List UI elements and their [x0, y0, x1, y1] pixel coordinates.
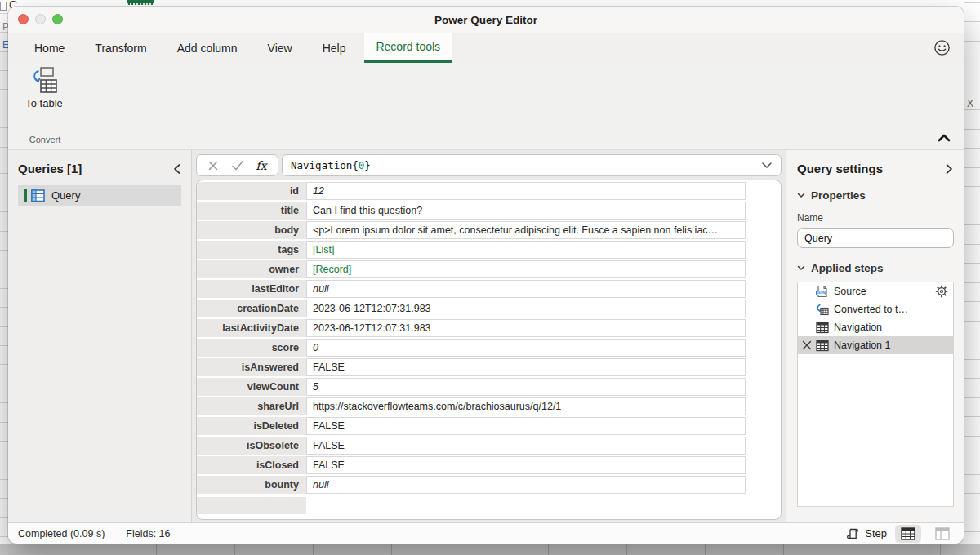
applied-step-row[interactable]: Converted to t… [798, 300, 953, 318]
field-value[interactable]: FALSE [306, 456, 746, 474]
applied-step-row[interactable]: Navigation 1 [798, 336, 953, 354]
applied-steps-list: JSON Source Converted to t… [797, 282, 954, 507]
field-value[interactable]: 5 [306, 378, 746, 396]
field-name: owner [197, 260, 306, 278]
step-scroll-icon [845, 526, 860, 541]
field-value[interactable]: FALSE [306, 417, 746, 435]
field-value[interactable]: 0 [306, 339, 746, 357]
commit-formula-icon[interactable] [231, 160, 244, 171]
tab-help[interactable]: Help [311, 33, 358, 63]
cancel-formula-icon[interactable] [207, 160, 219, 171]
grid-view-icon [901, 527, 915, 540]
status-completed: Completed (0.09 s) [18, 528, 105, 539]
field-name: isDeleted [197, 417, 306, 435]
record-field-row: isObsolete FALSE [197, 437, 746, 455]
gear-icon[interactable] [935, 285, 948, 298]
field-value[interactable]: FALSE [306, 437, 746, 455]
field-name: score [197, 339, 306, 357]
ribbon: To table Convert [8, 63, 964, 149]
background-grid-bottom [0, 544, 980, 555]
grid-view-button[interactable] [895, 525, 921, 543]
tab-home[interactable]: Home [23, 33, 76, 63]
chevron-down-icon [797, 265, 805, 271]
formula-dropdown-chevron-icon[interactable] [761, 162, 773, 169]
convert-group: To table Convert [18, 66, 72, 146]
background-sheet-right [964, 0, 980, 544]
query-name-input[interactable] [797, 228, 954, 248]
field-value[interactable]: 2023-06-12T12:07:31.983 [306, 300, 746, 317]
formula-number: 0 [359, 159, 365, 171]
table-icon [816, 322, 829, 334]
formula-bar-buttons: fx [196, 154, 278, 176]
status-fields-count: Fields: 16 [126, 528, 170, 539]
collapse-settings-icon[interactable] [945, 163, 953, 175]
query-settings-title: Query settings [797, 162, 883, 175]
record-field-row: lastEditor null [197, 280, 746, 298]
field-value[interactable]: null [306, 280, 746, 298]
collapse-ribbon-button[interactable] [936, 131, 952, 144]
delete-step-icon[interactable] [802, 340, 812, 350]
step-toggle[interactable]: Step [845, 526, 887, 541]
tab-view[interactable]: View [256, 33, 304, 63]
background-checkbox-icon [0, 2, 7, 11]
field-name: lastEditor [197, 280, 306, 298]
field-value[interactable]: FALSE [306, 358, 746, 376]
field-name: shareUrl [197, 397, 306, 415]
field-name: isObsolete [197, 437, 306, 455]
field-value[interactable]: null [306, 476, 746, 494]
fx-icon[interactable]: fx [256, 159, 267, 172]
applied-steps-label: Applied steps [811, 262, 884, 274]
tab-add-column[interactable]: Add column [166, 33, 249, 63]
minimize-button[interactable] [35, 14, 46, 24]
record-field-row: id 12 [197, 182, 746, 200]
query-item-label: Query [51, 189, 80, 202]
record-field-row: owner [Record] [197, 260, 746, 278]
close-button[interactable] [18, 14, 29, 24]
field-value[interactable]: [Record] [306, 260, 746, 278]
field-name: creationDate [197, 300, 306, 317]
field-value[interactable]: 12 [306, 182, 746, 200]
field-name: id [197, 182, 306, 200]
to-table-button[interactable]: To table [18, 66, 70, 130]
record-field-row: tags [List] [197, 241, 746, 259]
record-field-row: body <p>Lorem ipsum dolor sit amet, cons… [197, 221, 746, 239]
record-field-row: viewCount 5 [197, 378, 746, 396]
formula-input[interactable]: Navigation{0} [282, 154, 782, 176]
pane-view-button[interactable] [929, 525, 956, 543]
feedback-smiley-icon[interactable] [933, 39, 951, 56]
field-name: title [197, 202, 306, 220]
record-view: id 12 title Can I find this question? bo… [196, 180, 782, 520]
field-name: bounty [197, 476, 306, 494]
applied-step-row[interactable]: Navigation [798, 318, 953, 336]
field-value[interactable]: <p>Lorem ipsum dolor sit amet, consectet… [306, 221, 746, 239]
tab-record-tools[interactable]: Record tools [364, 33, 452, 63]
field-value[interactable]: Can I find this question? [306, 202, 746, 220]
power-query-editor-window: Power Query Editor Home Transform Add co… [8, 7, 964, 544]
step-label: Step [865, 527, 887, 539]
convert-group-label: Convert [18, 135, 72, 144]
status-bar: Completed (0.09 s) Fields: 16 Step [8, 522, 964, 544]
table-icon [816, 340, 829, 352]
record-field-row: creationDate 2023-06-12T12:07:31.983 [197, 300, 746, 317]
tab-transform[interactable]: Transform [83, 33, 158, 63]
json-source-icon: JSON [815, 285, 829, 298]
record-field-row: title Can I find this question? [197, 202, 746, 220]
formula-text: Navigation{ [291, 159, 359, 171]
field-value[interactable]: https://stackoverflowteams.com/c/brachio… [306, 397, 746, 415]
query-settings-panel: Query settings Properties Name Applied s… [786, 150, 964, 522]
background-close-x: X [967, 98, 973, 109]
query-list-item[interactable]: Query [18, 185, 181, 206]
zoom-button[interactable] [52, 14, 63, 24]
field-value[interactable]: [List] [306, 241, 746, 259]
convert-to-table-icon [815, 303, 829, 316]
applied-step-row[interactable]: JSON Source [798, 282, 953, 300]
collapse-queries-icon[interactable] [172, 163, 181, 175]
record-view-empty-area [197, 495, 781, 514]
properties-section-header[interactable]: Properties [797, 189, 953, 202]
titlebar: Power Query Editor [8, 7, 964, 33]
ribbon-tab-bar: Home Transform Add column View Help Reco… [8, 33, 964, 63]
field-value[interactable]: 2023-06-12T12:07:31.983 [306, 319, 746, 337]
record-field-row: bounty null [197, 476, 746, 494]
applied-steps-section-header[interactable]: Applied steps [797, 262, 953, 274]
query-table-icon [31, 189, 46, 202]
